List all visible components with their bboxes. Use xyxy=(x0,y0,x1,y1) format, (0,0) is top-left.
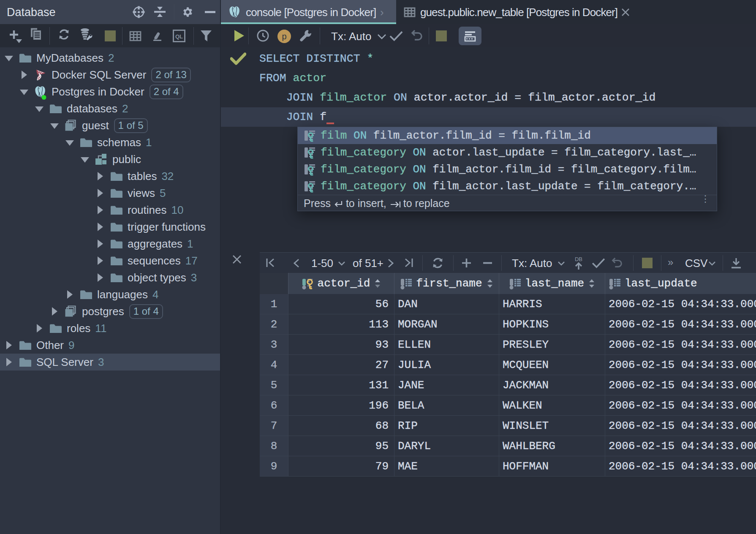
svg-text:QL: QL xyxy=(175,33,183,40)
svg-text:p: p xyxy=(282,32,286,41)
svg-text:DB: DB xyxy=(575,256,582,262)
